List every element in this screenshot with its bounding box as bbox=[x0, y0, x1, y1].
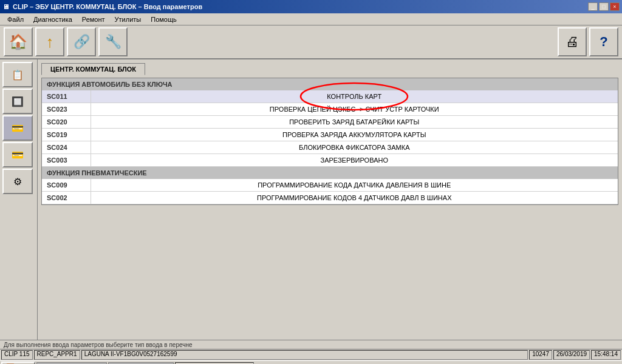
titlebar-title: 🖥 CLIP – ЭБУ ЦЕНТР. КОММУТАЦ. БЛОК – Вво… bbox=[2, 3, 202, 10]
taskbar-item-clip[interactable]: 🖥 CLIP – ЭБУ ЦЕНТР. К... bbox=[175, 362, 254, 365]
back-icon: ↑ bbox=[46, 33, 54, 52]
connect-button[interactable]: 🔗 bbox=[67, 27, 96, 56]
print-icon: 🖨 bbox=[566, 34, 579, 50]
table-row[interactable]: SC019 ПРОВЕРКА ЗАРЯДА АККУМУЛЯТОРА КАРТЫ bbox=[42, 129, 618, 141]
sidebar-icon-1: 📋 bbox=[12, 69, 24, 81]
menu-utilities[interactable]: Утилиты bbox=[110, 15, 146, 24]
row-desc: ПРОГРАММИРОВАНИЕ КОДА ДАТЧИКА ДАВЛЕНИЯ В… bbox=[91, 179, 618, 192]
table-row[interactable]: SC023 ПРОВЕРКА ЦЕПЕЙ ЦЭКБС -> СЧИТ УСТР … bbox=[42, 103, 618, 116]
sidebar-btn-3[interactable]: 💳 bbox=[2, 115, 33, 141]
table-row[interactable]: SC003 ЗАРЕЗЕРВИРОВАНО bbox=[42, 154, 618, 167]
data-table-container: ФУНКЦИЯ АВТОМОБИЛЬ БЕЗ КЛЮЧА SC011 КОНТР… bbox=[41, 78, 618, 205]
row-desc: ПРОВЕРКА ЦЕПЕЙ ЦЭКБС -> СЧИТ УСТР КАРТОЧ… bbox=[91, 103, 618, 116]
row-desc: ПРОВЕРИТЬ ЗАРЯД БАТАРЕЙКИ КАРТЫ bbox=[91, 116, 618, 129]
app-icon: 🖥 bbox=[2, 3, 9, 10]
status-repc: REPC_APPR1 bbox=[34, 350, 80, 360]
back-button[interactable]: ↑ bbox=[35, 27, 64, 56]
sidebar-btn-4[interactable]: 💳 bbox=[2, 142, 33, 167]
sidebar-icon-2: 🔲 bbox=[12, 96, 24, 107]
row-desc-text: КОНТРОЛЬ КАРТ bbox=[327, 93, 381, 100]
statusbar-segments: CLIP 115 REPC_APPR1 LAGUNA II-VF1BG0V052… bbox=[0, 349, 622, 360]
sidebar-icon-4: 💳 bbox=[12, 149, 24, 161]
minimize-button[interactable]: _ bbox=[588, 2, 598, 11]
table-row[interactable]: SC024 БЛОКИРОВКА ФИКСАТОРА ЗАМКА bbox=[42, 141, 618, 154]
wrench-button[interactable]: 🔧 bbox=[98, 27, 128, 56]
titlebar-controls[interactable]: _ □ × bbox=[588, 2, 620, 11]
table-row[interactable]: SC011 КОНТРОЛЬ КАРТ bbox=[42, 90, 618, 103]
row-code: SC009 bbox=[42, 179, 91, 192]
taskbar-item-akelpad[interactable]: AkelPad - [C:\Docum... bbox=[36, 362, 107, 365]
row-desc: КОНТРОЛЬ КАРТ bbox=[91, 90, 618, 103]
help-icon: ? bbox=[600, 34, 607, 50]
maximize-button[interactable]: □ bbox=[599, 2, 609, 11]
section-2-table: SC009 ПРОГРАММИРОВАНИЕ КОДА ДАТЧИКА ДАВЛ… bbox=[42, 179, 618, 204]
tab-main[interactable]: ЦЕНТР. КОММУТАЦ. БЛОК bbox=[41, 63, 145, 75]
help-button[interactable]: ? bbox=[589, 27, 618, 56]
connect-icon: 🔗 bbox=[73, 34, 90, 50]
menu-help[interactable]: Помощь bbox=[146, 15, 182, 24]
row-code: SC024 bbox=[42, 141, 91, 154]
titlebar: 🖥 CLIP – ЭБУ ЦЕНТР. КОММУТАЦ. БЛОК – Вво… bbox=[0, 0, 622, 13]
section-header-1: ФУНКЦИЯ АВТОМОБИЛЬ БЕЗ КЛЮЧА bbox=[42, 78, 618, 90]
home-icon: 🏠 bbox=[9, 33, 27, 50]
row-desc: ПРОВЕРКА ЗАРЯДА АККУМУЛЯТОРА КАРТЫ bbox=[91, 129, 618, 141]
home-button[interactable]: 🏠 bbox=[4, 27, 33, 56]
close-button[interactable]: × bbox=[610, 2, 620, 11]
sidebar: 📋 🔲 💳 💳 ⚙ bbox=[0, 59, 38, 340]
status-time: 15:48:14 bbox=[591, 350, 621, 360]
main-area: 📋 🔲 💳 💳 ⚙ ЦЕНТР. КОММУТАЦ. БЛОК ФУНКЦИЯ … bbox=[0, 59, 622, 340]
sidebar-icon-3: 💳 bbox=[12, 123, 24, 134]
menu-file[interactable]: Файл bbox=[2, 15, 29, 24]
sidebar-btn-1[interactable]: 📋 bbox=[2, 62, 33, 87]
table-row[interactable]: SC002 ПРОГРАММИРОВАНИЕ КОДОВ 4 ДАТЧИКОВ … bbox=[42, 192, 618, 204]
sidebar-btn-5[interactable]: ⚙ bbox=[2, 169, 33, 194]
row-desc: ПРОГРАММИРОВАНИЕ КОДОВ 4 ДАТЧИКОВ ДАВЛ В… bbox=[91, 192, 618, 204]
row-code: SC023 bbox=[42, 103, 91, 116]
taskbar: 🪟 пуск AkelPad - [C:\Docum... Renault Pi… bbox=[0, 360, 622, 364]
row-desc: ЗАРЕЗЕРВИРОВАНО bbox=[91, 154, 618, 167]
row-code: SC020 bbox=[42, 116, 91, 129]
toolbar: 🏠 ↑ 🔗 🔧 🖨 ? bbox=[0, 25, 622, 59]
taskbar-item-renault[interactable]: Renault Pin Extractor bbox=[108, 362, 174, 365]
table-row[interactable]: SC009 ПРОГРАММИРОВАНИЕ КОДА ДАТЧИКА ДАВЛ… bbox=[42, 179, 618, 192]
section-header-2: ФУНКЦИЯ ПНЕВМАТИЧЕСКИЕ bbox=[42, 167, 618, 179]
content-area: ЦЕНТР. КОММУТАЦ. БЛОК ФУНКЦИЯ АВТОМОБИЛЬ… bbox=[38, 59, 622, 340]
wrench-icon: 🔧 bbox=[105, 34, 121, 50]
menu-diagnostics[interactable]: Диагностика bbox=[29, 15, 77, 24]
section-1-table: SC011 КОНТРОЛЬ КАРТ SC023 ПРОВЕРКА ЦЕПЕЙ… bbox=[42, 90, 618, 167]
status-number: 10247 bbox=[529, 350, 552, 360]
start-button[interactable]: 🪟 пуск bbox=[1, 362, 35, 364]
sidebar-btn-2[interactable]: 🔲 bbox=[2, 89, 33, 114]
menu-repair[interactable]: Ремонт bbox=[77, 15, 110, 24]
status-clip: CLIP 115 bbox=[1, 350, 33, 360]
row-desc: БЛОКИРОВКА ФИКСАТОРА ЗАМКА bbox=[91, 141, 618, 154]
table-row[interactable]: SC020 ПРОВЕРИТЬ ЗАРЯД БАТАРЕЙКИ КАРТЫ bbox=[42, 116, 618, 129]
status-message: Для выполнения ввода параметров выберите… bbox=[4, 342, 192, 348]
status-vehicle: LAGUNA II-VF1BG0V0527162599 bbox=[81, 350, 528, 360]
row-code: SC003 bbox=[42, 154, 91, 167]
row-code: SC002 bbox=[42, 192, 91, 204]
row-code: SC019 bbox=[42, 129, 91, 141]
status-message-bar: Для выполнения ввода параметров выберите… bbox=[0, 340, 622, 349]
print-button[interactable]: 🖨 bbox=[558, 27, 587, 56]
status-date: 26/03/2019 bbox=[553, 350, 590, 360]
tab-bar: ЦЕНТР. КОММУТАЦ. БЛОК bbox=[41, 63, 618, 75]
menubar: Файл Диагностика Ремонт Утилиты Помощь bbox=[0, 13, 622, 25]
sidebar-icon-5: ⚙ bbox=[13, 176, 22, 187]
row-code: SC011 bbox=[42, 90, 91, 103]
